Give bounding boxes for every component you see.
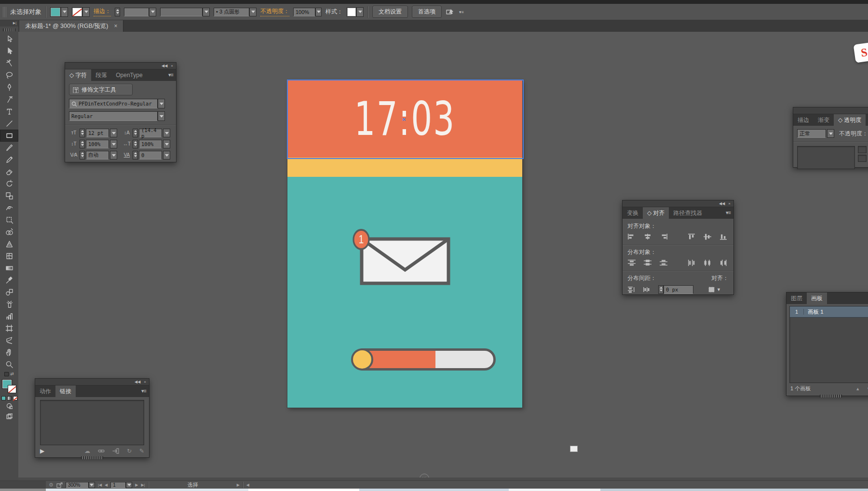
font-family-field[interactable]: PFDinTextCondPro-Regular: [69, 99, 158, 108]
color-mode-button[interactable]: [1, 396, 6, 400]
isolate-selected-icon[interactable]: [446, 8, 455, 16]
panel-close-icon[interactable]: ×: [728, 202, 731, 206]
align-h-center-button[interactable]: [643, 233, 653, 240]
none-mode-button[interactable]: [13, 396, 17, 400]
variable-width-dropdown-icon[interactable]: [203, 8, 210, 16]
opacity-field[interactable]: 100%: [293, 8, 315, 16]
fill-swatch[interactable]: [50, 7, 61, 17]
artboard-nav-dropdown-icon[interactable]: [126, 482, 132, 488]
line-segment-tool[interactable]: [0, 118, 18, 130]
tab-transform[interactable]: 变换: [623, 207, 643, 219]
horizontal-scale-stepper[interactable]: [133, 140, 138, 148]
screenshot-app-badge[interactable]: S: [854, 42, 868, 63]
font-style-dropdown-icon[interactable]: [158, 111, 165, 121]
tab-stroke[interactable]: 描边: [793, 114, 814, 126]
align-top-button[interactable]: [687, 233, 697, 240]
gradient-tool[interactable]: [0, 262, 18, 274]
style-dropdown-icon[interactable]: [356, 7, 364, 17]
panel-collapse-icon[interactable]: ◀◀: [719, 202, 725, 206]
panel-resize-grip[interactable]: [81, 456, 103, 459]
status-expand-button[interactable]: ▶: [237, 483, 240, 487]
artboard-row[interactable]: 1 画板 1: [790, 306, 868, 318]
pencil-tool[interactable]: [0, 154, 18, 166]
column-graph-tool[interactable]: [0, 310, 18, 322]
tab-character[interactable]: ◇ 字符: [65, 69, 91, 81]
fill-dropdown-icon[interactable]: [61, 7, 68, 17]
tracking-stepper[interactable]: [133, 151, 138, 159]
document-tab[interactable]: 未标题-1* @ 300% (RGB/预览) ×: [19, 20, 123, 32]
font-family-dropdown-icon[interactable]: [158, 99, 165, 108]
zoom-level-dropdown-icon[interactable]: [89, 482, 95, 488]
font-size-field[interactable]: 12 pt: [86, 129, 109, 137]
brush-dropdown-icon[interactable]: [249, 8, 257, 16]
free-transform-tool[interactable]: [0, 214, 18, 226]
tab-opentype[interactable]: OpenType: [111, 69, 147, 81]
blend-mode-field[interactable]: 正常: [797, 129, 826, 138]
kerning-stepper[interactable]: [80, 151, 85, 159]
stroke-color-control[interactable]: [72, 7, 90, 17]
opacity-label[interactable]: 不透明度：: [260, 7, 289, 16]
vertical-scale-field[interactable]: 100%: [86, 140, 109, 148]
notification-badge[interactable]: 1: [353, 229, 369, 250]
artboard[interactable]: 17:03 × 1: [287, 80, 522, 408]
direct-selection-tool[interactable]: [0, 45, 18, 57]
slider-knob[interactable]: [351, 348, 373, 371]
tab-links[interactable]: 链接: [55, 385, 76, 397]
drawing-mode-button[interactable]: [0, 400, 18, 411]
style-swatch[interactable]: [347, 7, 356, 17]
zoom-tool[interactable]: [0, 358, 18, 371]
stroke-weight-label[interactable]: 描边：: [94, 7, 111, 16]
edit-original-icon[interactable]: ✎: [139, 448, 144, 454]
panel-close-icon[interactable]: ×: [171, 64, 173, 68]
panel-resize-grip[interactable]: [820, 395, 842, 398]
spacing-stepper[interactable]: [658, 285, 664, 294]
variable-width-field[interactable]: [160, 8, 203, 16]
eyedropper-tool[interactable]: [0, 274, 18, 286]
stroke-swatch[interactable]: [72, 7, 82, 17]
rectangle-tool[interactable]: [0, 130, 18, 142]
go-to-link-icon[interactable]: [112, 448, 119, 454]
horizontal-scale-field[interactable]: 100%: [139, 140, 162, 148]
distribute-h-center-button[interactable]: [703, 259, 713, 266]
artboard-nav-field[interactable]: 1: [110, 482, 126, 488]
export-icon[interactable]: [56, 482, 63, 488]
horizontal-scale-dropdown-icon[interactable]: [163, 140, 170, 148]
stroke-weight-field[interactable]: [124, 8, 149, 16]
stroke-weight-dropdown-icon[interactable]: [149, 8, 156, 16]
align-right-button[interactable]: [659, 233, 669, 240]
selection-tool[interactable]: [0, 33, 18, 45]
distribute-left-button[interactable]: [687, 259, 697, 266]
distribute-top-button[interactable]: [627, 259, 637, 266]
distribute-v-center-button[interactable]: [643, 259, 653, 266]
blend-mode-dropdown-icon[interactable]: [827, 129, 834, 138]
preferences-button[interactable]: 首选项: [412, 6, 442, 18]
align-to-selector[interactable]: ▼: [708, 286, 721, 293]
gradient-mode-button[interactable]: [7, 396, 12, 400]
align-v-center-button[interactable]: [703, 233, 713, 240]
kerning-dropdown-icon[interactable]: [110, 151, 117, 159]
mask-thumbnail[interactable]: [858, 146, 867, 153]
vertical-distribute-space-button[interactable]: [627, 286, 637, 293]
paintbrush-tool[interactable]: [0, 142, 18, 154]
leading-stepper[interactable]: [133, 129, 138, 137]
scale-tool[interactable]: [0, 190, 18, 202]
run-action-icon[interactable]: ▶: [40, 448, 44, 454]
panel-collapse-arrow[interactable]: ◀: [246, 483, 249, 487]
slice-tool[interactable]: [0, 334, 18, 346]
toolbar-collapse-icon[interactable]: ▶|: [0, 20, 18, 27]
tab-layers[interactable]: 图层: [787, 292, 807, 304]
toggle-slider[interactable]: [353, 348, 496, 371]
lasso-tool[interactable]: [0, 69, 18, 81]
mask-thumbnail[interactable]: [858, 155, 867, 162]
vertical-scale-dropdown-icon[interactable]: [110, 140, 117, 148]
panel-close-icon[interactable]: ×: [144, 380, 146, 384]
font-size-dropdown-icon[interactable]: [110, 129, 117, 137]
kerning-field[interactable]: 自动: [86, 151, 109, 159]
stroke-dropdown-icon[interactable]: [82, 7, 90, 17]
document-setup-button[interactable]: 文档设置: [372, 6, 408, 18]
tab-paragraph[interactable]: 段落: [91, 69, 111, 81]
opacity-spinner-icon[interactable]: [315, 8, 322, 16]
brush-field[interactable]: • 3 点圆形: [214, 8, 249, 16]
leading-field[interactable]: (14.4 p: [139, 129, 162, 137]
align-left-button[interactable]: [627, 233, 637, 240]
